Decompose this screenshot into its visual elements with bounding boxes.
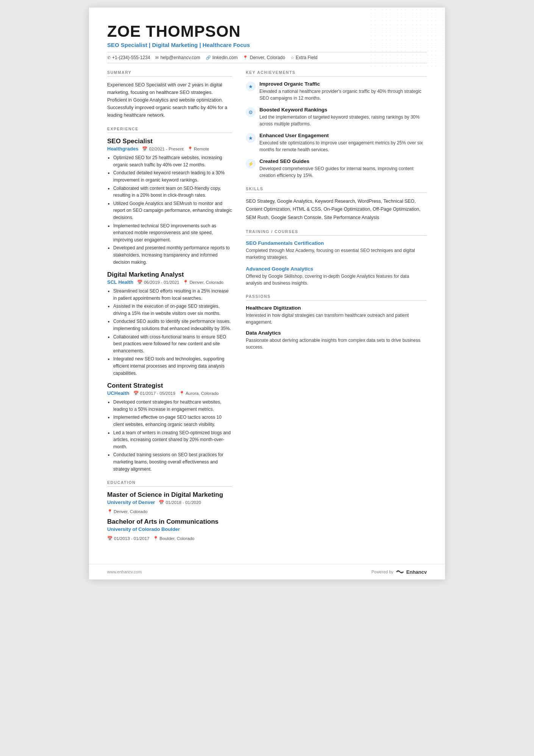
passion-title-2: Data Analytics <box>246 330 427 336</box>
achievement-title-2: Boosted Keyword Rankings <box>259 107 427 113</box>
calendar-icon-3: 📅 <box>133 391 139 396</box>
bullet-2-2: Assisted in the execution of on-page SEO… <box>113 303 232 317</box>
footer-brand: Powered by Enhancv <box>372 569 427 575</box>
bullet-2-1: Streamlined local SEO efforts resulting … <box>113 288 232 302</box>
bullet-2-3: Conducted SEO audits to identify site pe… <box>113 318 232 332</box>
training-title-2: Advanced Google Analytics <box>246 266 427 272</box>
training-desc-2: Offered by Google Skillshop, covering in… <box>246 273 427 286</box>
company-2: SCL Health <box>107 279 133 285</box>
edu-degree-1: Master of Science in Digital Marketing <box>107 491 232 499</box>
bullet-2-4: Collaborated with cross-functional teams… <box>113 333 232 355</box>
job-dates-2: 📅 06/2019 - 01/2021 <box>137 280 179 285</box>
edu-dates-2: 📅 01/2013 - 01/2017 <box>107 536 149 541</box>
job-title-3: Content Strategist <box>107 382 232 390</box>
bullet-1-3: Collaborated with content team on SEO-fr… <box>113 185 232 199</box>
company-1: Healthgrades <box>107 146 138 152</box>
contact-phone: ✆ +1-(234)-555-1234 <box>107 55 150 60</box>
education-heading: EDUCATION <box>107 480 232 487</box>
achievement-desc-1: Elevated a national healthcare provider'… <box>259 88 427 102</box>
passion-item-1: Healthcare Digitization Interested in ho… <box>246 305 427 326</box>
job-dates-1: 📅 02/2021 - Present <box>142 146 183 152</box>
edu-school-1: University of Denver <box>107 499 155 505</box>
contact-linkedin: 🔗 linkedin.com <box>206 55 238 60</box>
footer: www.enhancv.com Powered by Enhancv <box>89 564 445 579</box>
key-achievements-heading: KEY ACHIEVEMENTS <box>246 70 427 77</box>
bullet-1-5: Implemented technical SEO improvements s… <box>113 222 232 244</box>
job-bullets-1: Optimized SEO for 25 healthcare websites… <box>107 154 232 266</box>
achievement-icon-1: ★ <box>246 81 256 91</box>
edu-meta-1: University of Denver 📅 01/2018 - 01/2020… <box>107 499 232 514</box>
contact-email: ✉ help@enhancv.com <box>155 55 200 60</box>
phone-icon: ✆ <box>107 55 111 60</box>
edu-dates-1: 📅 01/2018 - 01/2020 <box>159 500 201 505</box>
achievement-icon-3: ★ <box>246 133 256 143</box>
training-item-1: SEO Fundamentals Certification Completed… <box>246 240 427 261</box>
edu-entry-2: Bachelor of Arts in Communications Unive… <box>107 518 232 541</box>
achievement-desc-2: Led the implementation of targeted keywo… <box>259 114 427 127</box>
training-heading: TRAINING / COURSES <box>246 229 427 236</box>
enhancv-brand-name: Enhancv <box>406 569 427 575</box>
pin-icon-3: 📍 <box>179 391 184 396</box>
job-location-2: 📍 Denver, Colorado <box>183 280 223 285</box>
pin-icon-edu-2: 📍 <box>153 536 158 541</box>
bullet-1-4: Utilized Google Analytics and SEMrush to… <box>113 200 232 221</box>
summary-text: Experienced SEO Specialist with over 2 y… <box>107 81 232 119</box>
edu-location-2: 📍 Boulder, Colorado <box>153 536 194 541</box>
passions-heading: PASSIONS <box>246 294 427 301</box>
achievement-body-1: Improved Organic Traffic Elevated a nati… <box>259 81 427 102</box>
edu-meta-2: University of Colorado Boulder <box>107 526 232 532</box>
bullet-1-6: Developed and presented monthly performa… <box>113 244 232 266</box>
job-entry-2: Digital Marketing Analyst SCL Health 📅 0… <box>107 271 232 377</box>
job-meta-1: Healthgrades 📅 02/2021 - Present 📍 Remot… <box>107 146 232 152</box>
job-title-2: Digital Marketing Analyst <box>107 271 232 279</box>
edu-degree-2: Bachelor of Arts in Communications <box>107 518 232 526</box>
star-outline-icon: ☆ <box>290 55 294 60</box>
achievement-title-3: Enhanced User Engagement <box>259 133 427 138</box>
job-dates-3: 📅 01/2017 - 05/2019 <box>133 391 175 396</box>
dot-pattern-decoration <box>369 8 445 68</box>
training-desc-1: Completed through Moz Academy, focusing … <box>246 247 427 261</box>
bullet-1-2: Conducted detailed keyword research lead… <box>113 169 232 183</box>
job-entry-3: Content Strategist UCHealth 📅 01/2017 - … <box>107 382 232 473</box>
job-meta-2: SCL Health 📅 06/2019 - 01/2021 📍 Denver,… <box>107 279 232 285</box>
training-title-1: SEO Fundamentals Certification <box>246 240 427 246</box>
footer-url: www.enhancv.com <box>107 570 142 574</box>
bullet-3-1: Developed content strategies for healthc… <box>113 399 232 413</box>
experience-heading: EXPERIENCE <box>107 127 232 133</box>
edu-entry-1: Master of Science in Digital Marketing U… <box>107 491 232 514</box>
job-meta-3: UCHealth 📅 01/2017 - 05/2019 📍 Aurora, C… <box>107 390 232 396</box>
bullet-2-5: Integrated new SEO tools and technologie… <box>113 355 232 377</box>
achievement-title-1: Improved Organic Traffic <box>259 81 427 87</box>
passion-desc-1: Interested in how digital strategies can… <box>246 312 427 326</box>
edu-school-2: University of Colorado Boulder <box>107 526 180 532</box>
two-column-layout: SUMMARY Experienced SEO Specialist with … <box>107 70 427 545</box>
achievement-icon-4: ⚡ <box>246 159 256 169</box>
enhancv-logo-icon <box>396 569 404 575</box>
job-location-3: 📍 Aurora, Colorado <box>179 391 219 396</box>
achievement-body-2: Boosted Keyword Rankings Led the impleme… <box>259 107 427 127</box>
achievement-item-1: ★ Improved Organic Traffic Elevated a na… <box>246 81 427 102</box>
job-entry-1: SEO Specialist Healthgrades 📅 02/2021 - … <box>107 138 232 266</box>
calendar-icon-1: 📅 <box>142 146 147 152</box>
calendar-icon-2: 📅 <box>137 280 142 285</box>
achievement-item-3: ★ Enhanced User Engagement Executed site… <box>246 133 427 153</box>
pin-icon-edu-1: 📍 <box>107 509 112 514</box>
pin-icon-2: 📍 <box>183 280 188 285</box>
left-column: SUMMARY Experienced SEO Specialist with … <box>107 70 232 545</box>
skills-text: SEO Strategy, Google Analytics, Keyword … <box>246 197 427 222</box>
email-icon: ✉ <box>155 55 159 60</box>
bullet-3-4: Conducted training sessions on SEO best … <box>113 451 232 473</box>
achievement-desc-3: Executed site optimizations to improve u… <box>259 139 427 153</box>
passion-item-2: Data Analytics Passionate about deriving… <box>246 330 427 351</box>
calendar-icon-edu-1: 📅 <box>159 500 164 505</box>
resume-content: ZOE THOMPSON SEO Specialist | Digital Ma… <box>89 8 445 556</box>
achievement-item-2: ⚙ Boosted Keyword Rankings Led the imple… <box>246 107 427 127</box>
achievement-title-4: Created SEO Guides <box>259 158 427 164</box>
company-3: UCHealth <box>107 390 130 396</box>
pin-icon-1: 📍 <box>187 146 193 152</box>
job-title-1: SEO Specialist <box>107 138 232 145</box>
passion-title-1: Healthcare Digitization <box>246 305 427 311</box>
job-location-1: 📍 Remote <box>187 146 209 152</box>
calendar-icon-edu-2: 📅 <box>107 536 112 541</box>
contact-extra: ☆ Extra Field <box>290 55 317 60</box>
